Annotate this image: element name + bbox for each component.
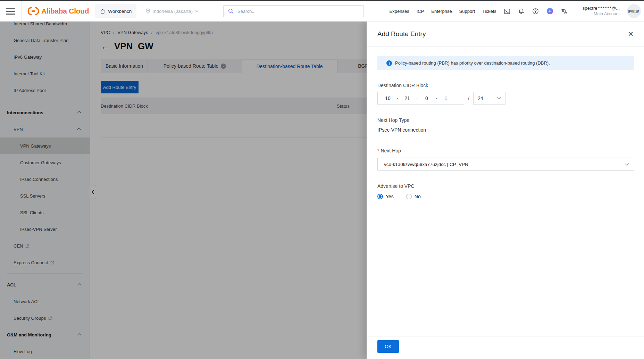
close-icon[interactable]: ✕ [628, 31, 634, 37]
add-route-entry-drawer: Add Route Entry ✕ i Policy-based routing… [367, 22, 644, 359]
help-icon[interactable] [532, 8, 539, 15]
search-icon [228, 8, 234, 14]
next-hop-type-label: Next Hop Type [377, 117, 634, 123]
cidr-octet-2-input[interactable]: 21 [399, 95, 415, 101]
top-header: Alibaba Cloud Workbench Indonesia (Jakar… [0, 1, 644, 22]
radio-yes[interactable]: Yes [377, 194, 394, 199]
info-icon: i [386, 60, 392, 66]
alibaba-cloud-logo-icon [27, 7, 39, 16]
region-selector[interactable]: Indonesia (Jakarta) [145, 8, 199, 14]
cidr-slash-separator: / [468, 95, 469, 101]
region-label: Indonesia (Jakarta) [152, 9, 193, 14]
next-hop-select[interactable]: vco-k1a0kzwwq56xa77uzjdcc | CP_VPN [377, 158, 634, 171]
search-input[interactable] [237, 9, 363, 14]
home-icon [100, 9, 105, 14]
required-mark: * [377, 148, 379, 153]
nav-link-tickets[interactable]: Tickets [482, 9, 496, 14]
radio-no[interactable]: No [406, 194, 421, 199]
cidr-prefix-value: 24 [478, 95, 483, 101]
octet-dot: · [415, 95, 419, 101]
account-type: Main Account [583, 11, 620, 17]
nav-link-icp[interactable]: ICP [417, 9, 424, 14]
octet-dot: · [396, 95, 399, 101]
next-hop-value: vco-k1a0kzwwq56xa77uzjdcc | CP_VPN [384, 162, 468, 167]
ai-sparkle-icon[interactable] [546, 8, 553, 15]
brand-name: Alibaba Cloud [41, 7, 89, 15]
radio-selected-icon [377, 194, 383, 199]
header-divider [575, 7, 575, 16]
notifications-bell-icon[interactable] [518, 8, 525, 15]
radio-unselected-icon [406, 194, 412, 199]
cidr-octet-1-input[interactable]: 10 [380, 95, 396, 101]
location-pin-icon [145, 8, 150, 14]
chevron-down-icon [195, 10, 199, 12]
translate-language-icon[interactable] [561, 8, 568, 15]
alibaba-cloud-logo[interactable]: Alibaba Cloud [27, 7, 89, 16]
cidr-octet-inputs: 10 · 21 · 0 · 0 [377, 92, 464, 105]
hamburger-menu-button[interactable] [0, 1, 22, 22]
chevron-down-icon [497, 97, 501, 100]
next-hop-type-value: IPsec-VPN connection [377, 127, 634, 133]
cidr-octet-3-input[interactable]: 0 [419, 95, 435, 101]
chevron-down-icon [625, 163, 629, 166]
drawer-overlay-mask[interactable] [0, 22, 367, 359]
octet-dot: · [435, 95, 438, 101]
next-hop-label: *Next Hop [377, 148, 634, 153]
nav-link-enterprise[interactable]: Enterprise [431, 9, 452, 14]
workbench-button[interactable]: Workbench [95, 4, 136, 18]
advertise-to-vpc-label: Advertise to VPC [377, 183, 634, 189]
destination-cidr-label: Destination CIDR Block [377, 83, 634, 88]
nav-link-support[interactable]: Support [459, 9, 475, 14]
cloudshell-terminal-icon[interactable] [504, 8, 511, 15]
hamburger-icon [6, 6, 15, 16]
global-search [223, 5, 364, 17]
account-info[interactable]: spectre********@... Main Account [583, 5, 620, 17]
avatar[interactable]: avatar [627, 4, 641, 18]
drawer-title: Add Route Entry [377, 30, 426, 38]
ok-button[interactable]: OK [377, 340, 399, 353]
advertise-radio-group: Yes No [377, 194, 634, 199]
cidr-prefix-select[interactable]: 24 [473, 92, 505, 105]
pbr-priority-info-alert: i Policy-based routing (PBR) has priorit… [377, 56, 634, 70]
nav-link-expenses[interactable]: Expenses [390, 9, 409, 14]
account-email: spectre********@... [583, 5, 620, 11]
alert-text: Policy-based routing (PBR) has priority … [395, 60, 550, 66]
cidr-octet-4-input[interactable]: 0 [438, 95, 454, 101]
drawer-footer: OK [367, 336, 644, 359]
workbench-label: Workbench [108, 9, 132, 14]
